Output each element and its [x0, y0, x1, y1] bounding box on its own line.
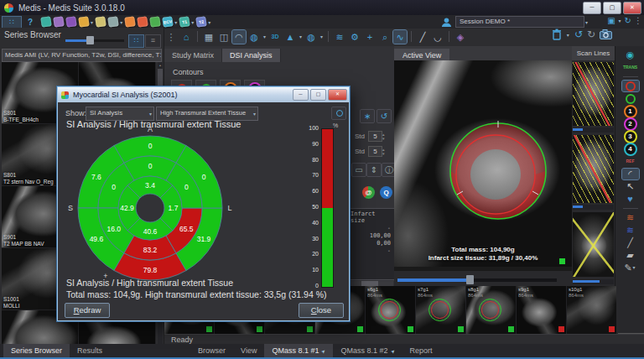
ecv-dropdown-icon[interactable]: ▾	[174, 19, 177, 25]
cone-view-icon[interactable]: ▲	[283, 30, 297, 44]
settings-gear-icon[interactable]: ⚙	[348, 30, 361, 44]
sphere-view-icon-dropdown-icon[interactable]: ▾	[320, 34, 323, 39]
bottom-tab-report[interactable]: Report	[402, 344, 440, 357]
session-combo[interactable]: Session DEMO *	[455, 16, 584, 28]
app8-app-icon[interactable]	[137, 16, 148, 28]
qmap-globe-icon[interactable]: ◍	[247, 30, 261, 44]
row-tool-icon[interactable]: ▭	[351, 163, 366, 177]
eraser-icon[interactable]: ▰	[622, 250, 639, 261]
measure-line-icon[interactable]: ╱	[416, 30, 429, 44]
tab-dsi-analysis[interactable]: DSI Analysis	[222, 49, 281, 62]
roi2-icon[interactable]: 2	[622, 118, 639, 129]
contour-overlay-icon[interactable]: ◠	[232, 30, 246, 44]
tab-scan-lines[interactable]: Scan Lines	[572, 46, 615, 60]
app5-app-icon[interactable]	[95, 16, 106, 28]
split-view-icon[interactable]: ◫	[217, 30, 231, 44]
si-curves-blue-icon[interactable]: ≋	[622, 225, 639, 236]
roi4-icon[interactable]: 4	[622, 143, 639, 154]
app7-app-icon[interactable]	[124, 16, 136, 28]
filmstrip-thumbnail[interactable]: s8g1864ms	[466, 286, 516, 334]
maximize-button[interactable]: ▢	[603, 2, 621, 14]
t2-app-icon[interactable]: T2	[195, 16, 207, 28]
delete-dropdown-icon[interactable]: ▾	[567, 32, 569, 38]
spinner-arrows-icon[interactable]: ▴▾	[382, 148, 385, 156]
pull-contour-icon[interactable]: ↖	[622, 181, 639, 192]
roi3-icon[interactable]: 3	[622, 131, 639, 142]
revert-icon[interactable]: ↺	[377, 109, 392, 123]
dialog-maximize-button[interactable]: ▢	[310, 89, 326, 101]
pencil-icon[interactable]: ✎▾	[622, 263, 639, 273]
qstrain-shield-icon[interactable]: ◈	[454, 30, 467, 44]
pencil-icon-dropdown-icon[interactable]: ▾	[633, 263, 636, 273]
combo-arrow-icon[interactable]: ▾	[149, 108, 152, 120]
delete-icon[interactable]	[552, 29, 562, 40]
pan-icon[interactable]: +	[363, 30, 377, 44]
app6-dropdown-icon[interactable]: ▾	[120, 19, 122, 25]
app9-app-icon[interactable]	[149, 16, 161, 28]
bottom-tab-browser[interactable]: Browser	[190, 344, 233, 357]
qmass-app-icon[interactable]	[40, 16, 52, 28]
fit-height-icon[interactable]: ⇕	[366, 163, 382, 177]
arc-measure-icon[interactable]: ◜	[622, 169, 639, 180]
t1-app-icon[interactable]: T1	[179, 16, 190, 28]
scan-line-thumb[interactable]	[573, 212, 614, 277]
si-curves-red-icon[interactable]: ≋	[622, 212, 639, 223]
transmurality-icon[interactable]: TRANS	[622, 62, 639, 73]
bean-roi-icon[interactable]: ◡	[431, 30, 444, 44]
qflow-app-icon[interactable]	[53, 16, 65, 28]
dialog-titlebar[interactable]: Myocardial SI Analysis (S2001) ─ ▢ ✕	[58, 87, 349, 102]
overflow-menu-icon[interactable]: ⋮	[634, 16, 642, 25]
help-icon[interactable]: ?	[28, 18, 33, 27]
profile-curve-icon[interactable]: ∿	[393, 30, 407, 44]
scan-line-thumb[interactable]	[573, 135, 614, 203]
snapshot-icon[interactable]	[600, 29, 612, 39]
filmstrip-thumbnail[interactable]: s9g1864ms	[517, 286, 566, 334]
minimize-button[interactable]: ─	[583, 2, 601, 14]
detect-endo-epi-icon[interactable]: ◉	[622, 49, 639, 60]
bottom-tab-results[interactable]: Results	[70, 344, 110, 357]
roi1-icon[interactable]: 1	[622, 106, 639, 117]
layout-dropdown-icon[interactable]: ▾	[619, 18, 621, 23]
filmstrip-thumbnail[interactable]: s10g1864ms	[567, 286, 616, 334]
filmstrip-thumbnail[interactable]: s6g1864ms	[366, 286, 415, 334]
t1-dropdown-icon[interactable]: ▾	[191, 19, 194, 25]
recompute-icon[interactable]: @	[362, 186, 375, 199]
draw-line-icon[interactable]: ╱	[622, 237, 639, 248]
scan-slider[interactable]	[573, 127, 614, 133]
phase-slider[interactable]	[397, 278, 557, 282]
tab-study-matrix[interactable]: Study Matrix	[164, 49, 222, 62]
ref-contour-icon[interactable]: REF	[622, 156, 639, 167]
bottom-tab-series-browser[interactable]: Series Browser	[3, 344, 70, 357]
std-spinner[interactable]: 5	[368, 131, 382, 142]
study-tab[interactable]: Medis AMI (LV, RV Function, T2w, DSI, di…	[2, 49, 162, 62]
qmap-icon[interactable]: Q	[380, 186, 392, 199]
thumbnail-size-slider-handle[interactable]	[86, 36, 94, 44]
dialog-close-button[interactable]: ✕	[328, 89, 347, 101]
spinner-arrows-icon[interactable]: ▴▾	[382, 133, 385, 141]
qmap-globe-icon-dropdown-icon[interactable]: ▾	[263, 34, 266, 39]
grid-view-button[interactable]: ∷	[128, 34, 144, 48]
stack-icon[interactable]: ≋	[333, 30, 346, 44]
close-button[interactable]: ✕	[623, 2, 641, 14]
sphere-view-icon[interactable]: ◍	[304, 30, 318, 44]
combo-arrow-icon[interactable]: ▾	[253, 108, 256, 120]
scroll-up-icon[interactable]: ▴	[158, 62, 163, 69]
t2-dropdown-icon[interactable]: ▾	[208, 19, 210, 25]
spline-tool-icon[interactable]: ∗	[360, 109, 375, 123]
app6-app-icon[interactable]	[107, 16, 119, 28]
scan-line-thumb[interactable]	[573, 62, 614, 126]
dialog-snapshot-icon[interactable]	[331, 107, 346, 120]
auto-detect-icon[interactable]: ⌂	[179, 30, 193, 44]
scan-slider[interactable]	[573, 205, 614, 210]
study-matrix-icon[interactable]: ▦	[202, 30, 216, 44]
redo-icon[interactable]: ↻	[587, 29, 595, 40]
list-view-button[interactable]: ≡	[145, 34, 161, 48]
ecv-app-icon[interactable]: ECV	[162, 16, 174, 28]
filmstrip-thumbnail[interactable]: s7g1864ms	[416, 286, 465, 334]
layout-icon[interactable]: ▣	[607, 16, 615, 25]
app4-app-icon[interactable]	[78, 16, 90, 28]
cone-view-icon-dropdown-icon[interactable]: ▾	[299, 34, 302, 39]
dialog-minimize-button[interactable]: ─	[293, 89, 309, 101]
3d-view-icon[interactable]: 3D	[268, 30, 282, 44]
undo-icon[interactable]: ↺	[574, 29, 583, 40]
